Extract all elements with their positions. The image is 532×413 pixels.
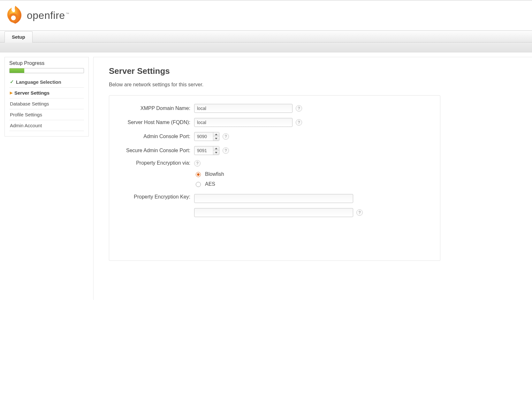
radio-aes[interactable]: AES <box>194 181 224 187</box>
help-icon[interactable]: ? <box>223 133 229 140</box>
radio-blowfish-label[interactable]: Blowfish <box>205 171 224 177</box>
svg-marker-2 <box>215 134 217 135</box>
sidebar-step[interactable]: Database Settings <box>9 98 84 109</box>
chevron-up-icon <box>215 134 217 135</box>
sidebar-step[interactable]: ▶Server Settings <box>9 88 84 98</box>
page-lead: Below are network settings for this serv… <box>109 82 532 88</box>
help-icon[interactable]: ? <box>296 105 302 112</box>
radio-blowfish-input[interactable] <box>196 172 201 177</box>
svg-marker-3 <box>215 138 217 139</box>
help-icon[interactable]: ? <box>194 160 201 167</box>
sidebar-step-label: Database Settings <box>10 101 49 106</box>
help-icon[interactable]: ? <box>356 209 363 216</box>
radio-aes-input[interactable] <box>196 182 201 187</box>
progress-bar <box>9 68 84 73</box>
label-admin-port: Admin Console Port: <box>118 134 194 139</box>
radio-aes-label[interactable]: AES <box>205 181 215 187</box>
sidebar-step[interactable]: Admin Account <box>9 120 84 131</box>
radio-blowfish[interactable]: Blowfish <box>194 171 224 177</box>
label-encryption-key: Property Encryption Key: <box>118 194 194 200</box>
brand-tm: ™ <box>66 12 70 16</box>
sidebar-title: Setup Progress <box>5 60 88 68</box>
progress-fill <box>10 68 24 73</box>
form-panel: XMPP Domain Name: ? Server Host Name (FQ… <box>109 95 440 261</box>
logo: openfire™ <box>6 5 69 26</box>
xmpp-domain-input[interactable] <box>194 104 293 113</box>
label-secure-port: Secure Admin Console Port: <box>118 148 194 153</box>
sidebar-step[interactable]: ✓Language Selection <box>9 76 84 88</box>
header: openfire™ <box>0 1 532 30</box>
admin-port-input[interactable] <box>194 132 213 141</box>
help-icon[interactable]: ? <box>223 147 229 154</box>
chevron-up-icon <box>215 148 217 149</box>
sidebar-step-label: Language Selection <box>16 79 61 85</box>
flame-icon <box>6 5 24 26</box>
svg-marker-5 <box>215 152 217 153</box>
page-title: Server Settings <box>109 66 532 76</box>
tab-bar: Setup <box>0 30 532 43</box>
sub-bar <box>0 43 532 52</box>
svg-marker-4 <box>215 148 217 149</box>
brand-name: openfire™ <box>27 10 69 21</box>
sidebar-step-label: Profile Settings <box>10 112 42 117</box>
admin-port-stepper[interactable] <box>194 132 219 141</box>
sidebar-step-label: Server Settings <box>14 90 49 96</box>
check-icon: ✓ <box>10 79 14 85</box>
secure-port-down[interactable] <box>213 151 219 155</box>
secure-port-up[interactable] <box>213 146 219 151</box>
label-hostname: Server Host Name (FQDN): <box>118 120 194 125</box>
chevron-down-icon <box>215 138 217 139</box>
sidebar-step-list: ✓Language Selection▶Server SettingsDatab… <box>5 76 88 131</box>
admin-port-down[interactable] <box>213 136 219 141</box>
secure-port-stepper[interactable] <box>194 146 219 155</box>
chevron-down-icon <box>215 152 217 153</box>
admin-port-up[interactable] <box>213 132 219 136</box>
hostname-input[interactable] <box>194 118 293 127</box>
sidebar-step[interactable]: Profile Settings <box>9 109 84 120</box>
arrow-icon: ▶ <box>10 91 12 95</box>
sidebar: Setup Progress ✓Language Selection▶Serve… <box>4 57 89 136</box>
help-icon[interactable]: ? <box>296 119 302 126</box>
label-encryption-via: Property Encryption via: <box>118 160 194 166</box>
encryption-key-input-2[interactable] <box>194 208 353 217</box>
encryption-key-input-1[interactable] <box>194 194 353 203</box>
label-domain: XMPP Domain Name: <box>118 105 194 111</box>
sidebar-step-label: Admin Account <box>10 123 42 128</box>
brand-name-text: openfire <box>27 10 65 21</box>
secure-port-input[interactable] <box>194 146 213 155</box>
tab-setup[interactable]: Setup <box>4 31 33 43</box>
content: Server Settings Below are network settin… <box>93 57 532 300</box>
